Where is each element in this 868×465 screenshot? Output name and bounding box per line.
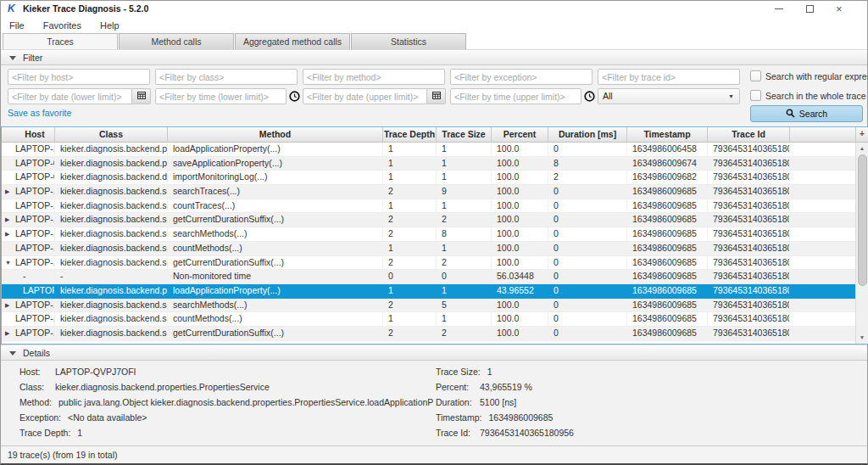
host-text: LAPTOP-... bbox=[15, 328, 55, 338]
search-type-value: All bbox=[603, 91, 613, 101]
table-row[interactable]: ▶LAPTOP-...kieker.diagnosis.backend.sett… bbox=[2, 327, 855, 341]
table-row[interactable]: LAPTOP-...kieker.diagnosis.backend.searc… bbox=[2, 242, 855, 256]
cell-depth: 1 bbox=[383, 157, 437, 171]
scroll-up-icon[interactable]: ▲ bbox=[856, 143, 868, 154]
collapse-arrow-icon bbox=[9, 56, 16, 60]
column-menu-button[interactable]: + bbox=[855, 127, 868, 143]
minimize-button[interactable] bbox=[767, 1, 791, 17]
column-header-method[interactable]: Method bbox=[168, 127, 383, 143]
menu-favorites[interactable]: Favorites bbox=[43, 20, 90, 31]
table-row[interactable]: --Non-monitored time0056.034480163498600… bbox=[2, 270, 855, 284]
regex-checkbox[interactable] bbox=[750, 70, 761, 81]
vertical-scrollbar[interactable]: ▲ ▼ bbox=[855, 143, 868, 344]
cell-method: Non-monitored time bbox=[168, 270, 383, 283]
filter-time-lower-input[interactable] bbox=[155, 88, 287, 104]
filter-panel: Search with regular expressions All ▼ Se… bbox=[1, 65, 867, 126]
table-row[interactable]: ▶LAPTOP-...kieker.diagnosis.backend.sear… bbox=[2, 185, 855, 199]
table-row[interactable]: ▶LAPTOP-...kieker.diagnosis.backend.sear… bbox=[2, 299, 855, 313]
column-header-duration[interactable]: Duration [ms] bbox=[548, 127, 627, 143]
column-header-trace-depth[interactable]: Trace Depth bbox=[383, 127, 437, 143]
cell-host: LAPTOP-... bbox=[2, 242, 55, 255]
cell-fill bbox=[790, 185, 855, 199]
table-row[interactable]: LAPTOP-QVPkieker.diagnosis.backend.data.… bbox=[2, 171, 855, 185]
details-section-header[interactable]: Details bbox=[1, 345, 867, 361]
table-row[interactable]: LAPTOP-...kieker.diagnosis.backend.prop.… bbox=[2, 143, 855, 157]
collapse-arrow-icon[interactable]: ▼ bbox=[5, 256, 11, 270]
scrollbar-thumb[interactable] bbox=[858, 154, 867, 286]
cell-trace-id: 7936453140365180959 bbox=[708, 327, 790, 340]
cell-class: kieker.diagnosis.backend.searc... bbox=[55, 299, 168, 312]
search-button[interactable]: Search bbox=[750, 105, 863, 122]
menu-file[interactable]: File bbox=[9, 20, 33, 31]
host-text: LAPTOP-... bbox=[15, 214, 55, 224]
cell-timestamp: 1634986009674 bbox=[627, 157, 708, 171]
cell-class: kieker.diagnosis.backend.setti... bbox=[55, 256, 168, 270]
column-header-class[interactable]: Class bbox=[55, 127, 168, 143]
cell-method: countMethods(...) bbox=[168, 242, 383, 255]
tab-method-calls[interactable]: Method calls bbox=[119, 33, 234, 49]
filter-class-input[interactable] bbox=[155, 69, 298, 85]
cell-depth: 1 bbox=[383, 242, 437, 255]
detail-value-trace-depth: 1 bbox=[77, 428, 82, 438]
search-button-label: Search bbox=[799, 109, 827, 119]
column-header-trace-size[interactable]: Trace Size bbox=[437, 127, 492, 143]
expand-arrow-icon[interactable]: ▶ bbox=[5, 213, 9, 227]
detail-label-trace-id: Trace Id: bbox=[436, 425, 480, 440]
cell-trace-id: 7936453140365180951 bbox=[708, 185, 790, 199]
whole-trace-checkbox[interactable] bbox=[750, 90, 761, 101]
expand-arrow-icon[interactable]: ▶ bbox=[5, 327, 9, 340]
table-row[interactable]: ▶LAPTOP-...kieker.diagnosis.backend.sear… bbox=[2, 227, 855, 242]
save-as-favorite-link[interactable]: Save as favorite bbox=[8, 108, 71, 118]
cell-duration: 0 bbox=[548, 199, 627, 213]
cell-duration: 0 bbox=[548, 284, 627, 298]
tab-traces[interactable]: Traces bbox=[3, 33, 118, 49]
date-lower-calendar-button[interactable] bbox=[132, 88, 151, 104]
column-header-trace-id[interactable]: Trace Id bbox=[708, 127, 790, 143]
detail-value-class: kieker.diagnosis.backend.properties.Prop… bbox=[55, 382, 270, 392]
table-row[interactable]: LAPTOP-...kieker.diagnosis.backend.searc… bbox=[2, 312, 855, 327]
expand-arrow-icon[interactable]: ▶ bbox=[5, 227, 9, 241]
cell-class: kieker.diagnosis.backend.setti... bbox=[55, 327, 168, 340]
table-row[interactable]: LAPTOP-...kieker.diagnosis.backend.searc… bbox=[2, 199, 855, 214]
filter-section-header[interactable]: Filter bbox=[1, 49, 867, 65]
filter-date-upper-input[interactable] bbox=[303, 88, 427, 104]
column-header-host[interactable]: Host bbox=[2, 127, 55, 143]
cell-duration: 0 bbox=[548, 242, 627, 255]
filter-date-lower-input[interactable] bbox=[8, 88, 132, 104]
tab-aggregated-method-calls[interactable]: Aggregated method calls bbox=[235, 33, 350, 49]
detail-value-duration: 5100 [ns] bbox=[480, 397, 516, 407]
trace-table: Host Class Method Trace Depth Trace Size… bbox=[1, 126, 868, 345]
cell-trace-id: 7936453140365180949 bbox=[708, 157, 790, 171]
column-header-timestamp[interactable]: Timestamp bbox=[627, 127, 708, 143]
filter-exception-input[interactable] bbox=[450, 69, 593, 85]
menu-help[interactable]: Help bbox=[100, 20, 128, 31]
cell-duration: 0 bbox=[548, 143, 627, 156]
expand-arrow-icon[interactable]: ▶ bbox=[5, 299, 9, 312]
filter-time-upper-input[interactable] bbox=[450, 88, 581, 104]
table-row[interactable]: ▼LAPTOP-...kieker.diagnosis.backend.sett… bbox=[2, 256, 855, 271]
cell-size: 1 bbox=[437, 312, 492, 326]
cell-fill bbox=[790, 143, 855, 156]
column-header-percent[interactable]: Percent bbox=[492, 127, 548, 143]
scroll-down-icon[interactable]: ▼ bbox=[856, 332, 868, 344]
expand-arrow-icon[interactable]: ▶ bbox=[5, 185, 9, 199]
maximize-button[interactable] bbox=[798, 1, 821, 17]
filter-host-input[interactable] bbox=[8, 69, 150, 85]
cell-host: ▶LAPTOP-... bbox=[2, 213, 55, 227]
filter-method-input[interactable] bbox=[303, 69, 445, 85]
cell-percent: 100.0 bbox=[492, 185, 548, 199]
date-upper-calendar-button[interactable] bbox=[427, 88, 446, 104]
table-row[interactable]: ▶LAPTOP-...kieker.diagnosis.backend.sett… bbox=[2, 213, 855, 227]
cell-class: kieker.diagnosis.backend.searc... bbox=[55, 199, 168, 213]
table-row[interactable]: LAPTOP-QVPkieker.diagnosis.backend.prop.… bbox=[2, 157, 855, 171]
host-text: LAPTOP-QVP bbox=[15, 171, 55, 182]
cell-fill bbox=[790, 256, 855, 270]
detail-value-timestamp: 1634986009685 bbox=[488, 412, 553, 423]
tab-statistics[interactable]: Statistics bbox=[351, 33, 466, 49]
filter-trace-id-input[interactable] bbox=[598, 69, 740, 85]
close-button[interactable]: × bbox=[828, 1, 852, 17]
cell-trace-id: 7936453140365180952 bbox=[708, 199, 790, 213]
search-type-select[interactable]: All ▼ bbox=[598, 88, 740, 104]
table-row[interactable]: LAPTOP-...kieker.diagnosis.backend.prop.… bbox=[2, 284, 855, 299]
cell-percent: 100.0 bbox=[492, 157, 548, 171]
